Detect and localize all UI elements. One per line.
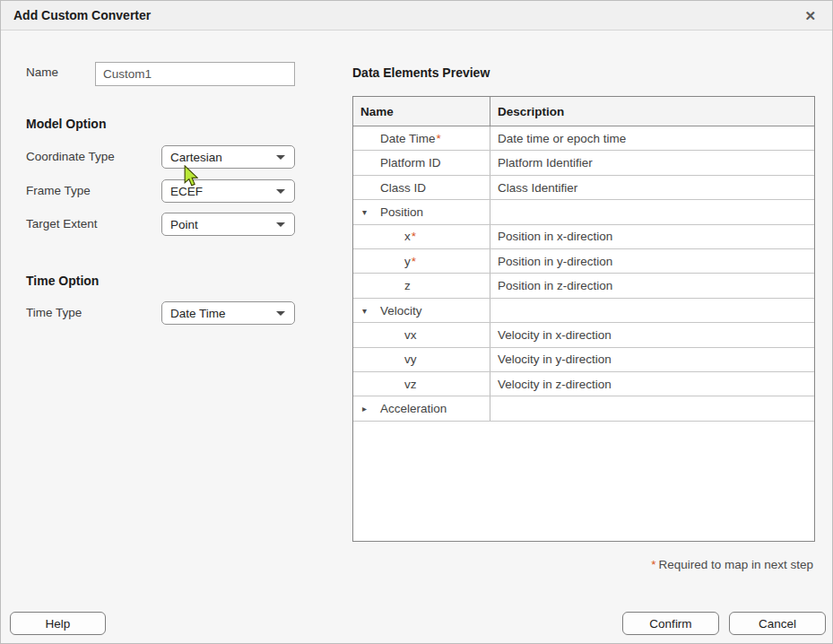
row-description: Platform Identifier [490,151,814,174]
model-option-heading: Model Option [26,117,106,131]
table-row[interactable]: y* Position in y-direction [353,249,814,274]
row-name: Class ID [380,181,426,195]
cancel-button[interactable]: Cancel [729,612,826,635]
required-marker: * [437,132,441,145]
row-name: Position [380,205,423,219]
chevron-down-icon [276,311,285,316]
chevron-down-icon [276,189,285,194]
coordinate-type-select[interactable]: Cartesian [161,145,295,169]
table-row-group[interactable]: ▾Position [353,200,814,224]
table-empty-area [353,422,814,541]
row-name: Date Time [380,132,436,145]
chevron-down-icon [276,222,285,227]
expand-icon[interactable]: ▸ [362,404,380,413]
preview-heading: Data Elements Preview [352,65,490,80]
title-bar: Add Custom Converter ✕ [1,1,832,30]
table-row[interactable]: z Position in z-direction [353,274,814,298]
dropdown-value: Point [170,218,273,231]
data-elements-table: Name Description Date Time* Date time or… [352,96,815,542]
row-description: Velocity in z-direction [490,372,814,396]
table-row-group[interactable]: ▾Velocity [353,299,814,323]
row-description: Velocity in x-direction [490,323,814,346]
row-name: vx [404,328,417,342]
dialog-title: Add Custom Converter [13,8,151,22]
add-custom-converter-dialog: Add Custom Converter ✕ Name Model Option… [0,0,833,644]
table-row[interactable]: Platform ID Platform Identifier [353,151,814,175]
required-marker: * [651,558,655,571]
table-row[interactable]: vx Velocity in x-direction [353,323,814,347]
time-type-select[interactable]: Date Time [161,301,295,325]
row-name: vz [404,378,417,391]
time-type-label: Time Type [26,306,82,319]
confirm-button[interactable]: Confirm [622,612,719,635]
dropdown-value: Date Time [170,307,273,320]
row-name: vy [404,352,417,366]
help-button[interactable]: Help [10,612,106,635]
time-option-heading: Time Option [26,274,99,288]
frame-type-label: Frame Type [26,184,91,197]
row-description: Position in x-direction [490,225,814,248]
table-row[interactable]: x* Position in x-direction [353,225,814,249]
table-row-group[interactable]: ▸Acceleration [353,396,814,421]
table-row[interactable]: vy Velocity in y-direction [353,348,814,372]
row-description: Date time or epoch time [490,126,814,150]
required-footnote: *Required to map in next step [650,558,813,571]
dropdown-value: Cartesian [170,151,273,164]
row-description [490,299,814,322]
row-name: Platform ID [380,156,441,170]
name-input[interactable] [95,62,295,86]
row-description: Position in z-direction [490,274,814,297]
collapse-icon[interactable]: ▾ [362,207,380,217]
row-description [490,396,814,420]
column-header-description: Description [490,97,814,126]
row-name: x [404,230,411,243]
column-header-name: Name [353,97,490,126]
row-name: z [404,279,411,292]
collapse-icon[interactable]: ▾ [362,306,380,316]
row-description: Velocity in y-direction [490,348,814,371]
table-row[interactable]: Date Time* Date time or epoch time [353,126,814,151]
required-footnote-text: Required to map in next step [658,558,813,571]
required-marker: * [412,255,416,268]
coordinate-type-label: Coordinate Type [26,150,115,163]
row-description [490,200,814,223]
table-row[interactable]: vz Velocity in z-direction [353,372,814,396]
chevron-down-icon [276,155,285,160]
required-marker: * [412,230,416,243]
row-description: Class Identifier [490,176,814,199]
row-name: Acceleration [380,402,447,415]
close-icon[interactable]: ✕ [801,7,820,24]
target-extent-select[interactable]: Point [161,213,295,236]
frame-type-select[interactable]: ECEF [161,179,295,203]
table-header-row: Name Description [353,97,814,126]
dropdown-value: ECEF [170,185,273,198]
target-extent-label: Target Extent [26,217,98,231]
row-name: Velocity [380,304,422,318]
row-name: y [404,255,411,268]
row-description: Position in y-direction [490,249,814,273]
table-row[interactable]: Class ID Class Identifier [353,176,814,200]
name-label: Name [26,65,58,79]
